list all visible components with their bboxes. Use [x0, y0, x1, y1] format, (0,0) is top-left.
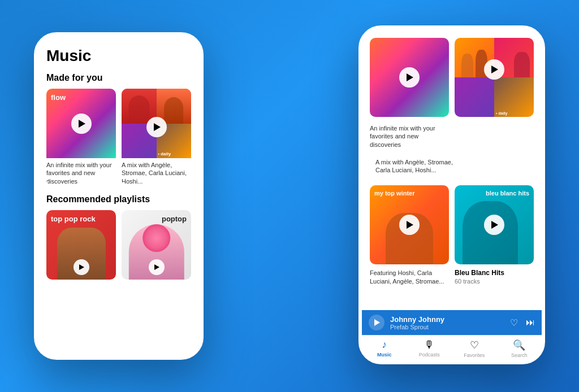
my-top-winter-card[interactable]: my top winter — [370, 185, 449, 264]
daily-bg-2: ▪ daily — [455, 38, 534, 117]
play-icon — [407, 73, 413, 81]
bleu-desc: Bleu Blanc Hits 60 tracks — [455, 269, 534, 285]
heart-icon: ♡ — [470, 339, 479, 351]
right-screen: ▪ daily An infinite mix with your favori… — [362, 29, 542, 361]
card2-desc-right: A mix with Angèle, Stromae, Carla Lucian… — [375, 158, 455, 175]
made-for-you-label: Made for you — [46, 73, 191, 83]
bar-icon: ▪ — [496, 111, 497, 115]
infinite-play-button[interactable] — [399, 67, 420, 88]
nav-music[interactable]: ♪ Music — [362, 339, 407, 358]
right-content: ▪ daily An infinite mix with your favori… — [362, 29, 542, 293]
play-icon — [407, 221, 413, 229]
person-dc2 — [514, 52, 530, 78]
right-mid-cards: my top winter bleu blanc hits — [370, 185, 534, 264]
made-for-you-cards: flow An infinite mix with your favorites… — [46, 89, 191, 185]
play-icon — [79, 264, 84, 270]
now-playing-play-button[interactable] — [369, 315, 384, 330]
poptop-play[interactable] — [149, 259, 165, 275]
dc4: ▪ daily — [494, 77, 534, 117]
flow-bg: flow — [46, 89, 116, 158]
poptop-label: poptop — [162, 215, 187, 224]
card1-desc-right: An infinite mix with your favorites and … — [370, 124, 449, 149]
right-phone: ▪ daily An infinite mix with your favori… — [358, 25, 545, 364]
daily-desc: A mix with Angèle, Stromae, Carla Lucian… — [122, 161, 191, 185]
left-phone: Music Made for you flow An infinite mix … — [34, 32, 204, 360]
play-icon — [491, 221, 498, 229]
nav-favorites[interactable]: ♡ Favorites — [452, 339, 497, 358]
nav-podcasts-label: Podcasts — [419, 352, 440, 358]
daily-badge: ▪ daily — [158, 151, 171, 156]
fig1 — [461, 54, 473, 77]
left-screen: Music Made for you flow An infinite mix … — [37, 36, 200, 356]
poptop-card[interactable]: poptop — [122, 210, 191, 280]
bar-chart-icon: ▪ — [158, 152, 159, 156]
top-pop-bg: top pop rock — [46, 210, 116, 280]
bleu-label: bleu blanc hits — [486, 190, 529, 197]
app-title: Music — [46, 47, 191, 65]
daily-card[interactable]: ▪ daily A mix with Angèle, Stromae, Carl… — [122, 89, 191, 185]
recommended-label: Recommended playlists — [46, 194, 191, 204]
my-top-winter-bg: my top winter — [370, 185, 449, 264]
heart-button[interactable]: ♡ — [510, 317, 518, 328]
nav-favorites-label: Favorites — [464, 352, 485, 358]
now-playing-title: Johnny Johnny — [390, 315, 504, 324]
right-top-cards: ▪ daily — [370, 38, 534, 117]
play-icon — [79, 120, 85, 128]
now-playing-artist: Prefab Sprout — [390, 324, 504, 330]
nav-podcasts[interactable]: 🎙 Podcasts — [407, 339, 452, 358]
top-pop-play[interactable] — [74, 259, 89, 275]
bleu-blanc-card[interactable]: bleu blanc hits — [455, 185, 534, 264]
now-playing-actions: ♡ ⏭ — [510, 317, 535, 328]
winter-desc: Featuring Hoshi, Carla Luciani, Angèle, … — [370, 269, 449, 285]
poptop-bg: poptop — [122, 210, 191, 280]
play-icon — [154, 264, 159, 270]
now-playing-bar[interactable]: Johnny Johnny Prefab Sprout ♡ ⏭ — [362, 310, 542, 335]
top-pop-rock-card[interactable]: top pop rock — [46, 210, 116, 280]
flow-label: flow — [51, 93, 66, 102]
top-pop-label: top pop rock — [51, 215, 96, 224]
dc3 — [455, 77, 494, 117]
winter-play-button[interactable] — [399, 215, 420, 235]
bleu-blanc-bg: bleu blanc hits — [455, 185, 534, 264]
bottom-navigation: ♪ Music 🎙 Podcasts ♡ Favorites 🔍 Search — [362, 335, 542, 361]
now-playing-info: Johnny Johnny Prefab Sprout — [390, 315, 504, 330]
play-icon — [154, 123, 161, 131]
infinite-mix-bg — [370, 38, 449, 117]
daily-play-button[interactable] — [146, 117, 167, 137]
search-icon: 🔍 — [513, 339, 525, 351]
nav-music-label: Music — [377, 352, 392, 358]
playlist-cards: top pop rock poptop — [46, 210, 191, 280]
flow-play-button[interactable] — [71, 114, 92, 134]
nav-search-label: Search — [511, 352, 528, 358]
microphone-icon: 🎙 — [424, 339, 434, 351]
flower-head — [142, 224, 170, 252]
music-note-icon: ♪ — [382, 339, 387, 351]
skip-button[interactable]: ⏭ — [526, 317, 535, 328]
daily-badge-2: ▪ daily — [496, 111, 507, 115]
recommended-section: Recommended playlists top pop rock — [46, 194, 191, 280]
winter-label: my top winter — [374, 190, 415, 197]
play-icon — [491, 66, 498, 73]
nav-search[interactable]: 🔍 Search — [497, 339, 542, 358]
daily-play-2[interactable] — [484, 59, 504, 80]
now-playing-play-icon — [374, 319, 380, 326]
flow-desc: An infinite mix with your favorites and … — [46, 161, 116, 185]
bleu-play-button[interactable] — [484, 215, 504, 235]
right-flow-card[interactable] — [370, 38, 449, 117]
flow-card[interactable]: flow An infinite mix with your favorites… — [46, 89, 116, 185]
right-daily-card[interactable]: ▪ daily — [455, 38, 534, 117]
